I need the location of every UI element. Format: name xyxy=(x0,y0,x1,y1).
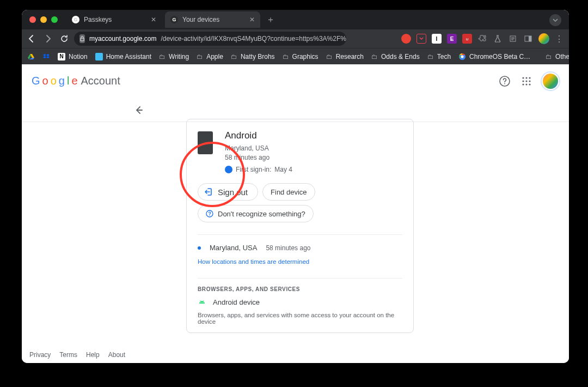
folder-icon: 🗀 xyxy=(231,53,237,61)
bookmark-folder-graphics[interactable]: 🗀Graphics xyxy=(283,53,318,61)
footer-help-link[interactable]: Help xyxy=(86,351,100,359)
svg-point-16 xyxy=(504,83,505,84)
bookmark-folder-odds-ends[interactable]: 🗀Odds & Ends xyxy=(371,53,420,61)
page-footer: Privacy Terms Help About xyxy=(29,351,125,359)
bookmark-home-assistant[interactable]: Home Assistant xyxy=(95,53,151,61)
button-label: Don't recognize something? xyxy=(218,210,305,218)
bookmark-label: Notion xyxy=(69,53,88,61)
favicon-google-icon: G xyxy=(170,16,178,23)
address-bar[interactable]: myaccount.google.com/device-activity/id/… xyxy=(74,32,346,46)
ext-ublock-icon[interactable]: u xyxy=(462,34,472,44)
apps-grid-icon[interactable] xyxy=(520,75,533,88)
close-tab-icon[interactable]: ✕ xyxy=(151,16,156,23)
reload-icon xyxy=(60,34,69,43)
new-tab-button[interactable]: ＋ xyxy=(264,13,278,27)
info-dot-icon xyxy=(225,166,232,173)
close-window-button[interactable] xyxy=(29,16,36,23)
url-toolbar: myaccount.google.com/device-activity/id/… xyxy=(22,29,569,48)
dropbox-icon xyxy=(42,53,50,61)
site-settings-icon[interactable] xyxy=(79,34,85,43)
reload-button[interactable] xyxy=(60,34,69,43)
footer-terms-link[interactable]: Terms xyxy=(59,351,77,359)
bookmark-folder-writing[interactable]: 🗀Writing xyxy=(159,53,189,61)
folder-icon: 🗀 xyxy=(371,53,378,61)
bookmark-notion[interactable]: NNotion xyxy=(58,53,88,61)
collapse-tabs-button[interactable] xyxy=(549,14,561,26)
svg-point-19 xyxy=(529,77,530,78)
folder-icon: 🗀 xyxy=(283,53,289,61)
dont-recognize-button[interactable]: Don't recognize something? xyxy=(198,205,314,222)
extensions-menu-icon[interactable] xyxy=(477,34,487,44)
svg-point-17 xyxy=(522,77,524,78)
first-signin-label: First sign-in: xyxy=(236,166,271,173)
tab-title: Your devices xyxy=(182,16,219,23)
svg-point-22 xyxy=(529,80,530,82)
product-label: Account xyxy=(81,75,120,87)
android-icon xyxy=(198,298,206,306)
folder-icon: 🗀 xyxy=(197,53,203,61)
back-arrow-button[interactable] xyxy=(133,105,144,116)
bookmark-folder-research[interactable]: 🗀Research xyxy=(326,53,364,61)
svg-rect-5 xyxy=(529,36,531,41)
session-row[interactable]: Maryland, USA 58 minutes ago xyxy=(198,243,402,253)
bookmark-label: Natty Brohs xyxy=(241,53,275,61)
svg-point-14 xyxy=(461,55,464,58)
device-image-icon xyxy=(198,131,213,154)
active-session-dot-icon xyxy=(198,246,201,250)
sign-out-icon xyxy=(205,188,213,196)
ext-instapaper-icon[interactable]: I xyxy=(432,34,442,44)
footer-privacy-link[interactable]: Privacy xyxy=(29,351,51,359)
minimize-window-button[interactable] xyxy=(40,16,47,23)
account-avatar[interactable] xyxy=(542,72,559,90)
ext-pocket-icon[interactable] xyxy=(416,34,426,44)
how-locations-link[interactable]: How locations and times are determined xyxy=(198,258,309,265)
close-tab-icon[interactable]: ✕ xyxy=(249,16,255,23)
find-device-button[interactable]: Find device xyxy=(262,183,315,201)
forward-button[interactable] xyxy=(44,34,52,43)
side-panel-icon[interactable] xyxy=(523,34,533,44)
back-button[interactable] xyxy=(27,34,36,43)
url-host: myaccount.google.com xyxy=(89,35,156,43)
google-account-logo[interactable]: Google Account xyxy=(32,75,120,87)
chevron-down-icon xyxy=(553,17,558,23)
first-signin-value: May 4 xyxy=(274,166,292,173)
bookmark-chromeos-beta[interactable]: ChromeOS Beta C… xyxy=(458,53,530,61)
url-path: /device-activity/id/IKX8nvqS4MyuBQ?conti… xyxy=(161,35,346,43)
bookmark-label: Apple xyxy=(206,53,223,61)
bookmark-folder-apple[interactable]: 🗀Apple xyxy=(197,53,223,61)
footer-about-link[interactable]: About xyxy=(108,351,125,359)
bookmarks-bar: NNotion Home Assistant 🗀Writing 🗀Apple 🗀… xyxy=(22,48,569,64)
labs-icon[interactable] xyxy=(493,34,503,44)
folder-icon: 🗀 xyxy=(546,53,552,61)
bookmark-dropbox[interactable] xyxy=(42,53,50,61)
bookmark-folder-natty-brohs[interactable]: 🗀Natty Brohs xyxy=(231,53,275,61)
arrow-left-icon xyxy=(27,34,36,43)
tab-your-devices[interactable]: G Your devices ✕ xyxy=(165,11,260,28)
session-time: 58 minutes ago xyxy=(266,244,310,252)
bookmark-folder-tech[interactable]: 🗀Tech xyxy=(427,53,451,61)
button-label: Find device xyxy=(271,188,307,196)
tab-title: Passkeys xyxy=(84,16,112,23)
bookmark-label: Other Bookmarks xyxy=(555,53,569,61)
ext-opera-icon[interactable] xyxy=(401,34,411,44)
help-icon[interactable] xyxy=(498,75,511,88)
google-account-header: Google Account xyxy=(22,64,569,98)
folder-icon: 🗀 xyxy=(159,53,166,61)
svg-point-20 xyxy=(522,80,524,82)
svg-point-24 xyxy=(525,83,527,85)
arrow-right-icon xyxy=(44,34,52,43)
tab-passkeys[interactable]: G Passkeys ✕ xyxy=(66,11,162,28)
bookmark-drive[interactable] xyxy=(27,53,35,61)
profile-avatar-button[interactable] xyxy=(538,33,549,44)
bookmark-label: ChromeOS Beta C… xyxy=(469,53,530,61)
ext-e-icon[interactable]: E xyxy=(447,34,457,44)
sign-out-button[interactable]: Sign out xyxy=(198,183,258,201)
chrome-menu-button[interactable]: ⋮ xyxy=(555,34,564,44)
folder-icon: 🗀 xyxy=(326,53,333,61)
divider xyxy=(198,234,402,235)
svg-line-30 xyxy=(200,300,201,301)
favicon-google-icon: G xyxy=(72,16,79,23)
reading-list-icon[interactable] xyxy=(508,34,518,44)
maximize-window-button[interactable] xyxy=(51,16,58,23)
other-bookmarks[interactable]: 🗀Other Bookmarks xyxy=(546,53,569,61)
